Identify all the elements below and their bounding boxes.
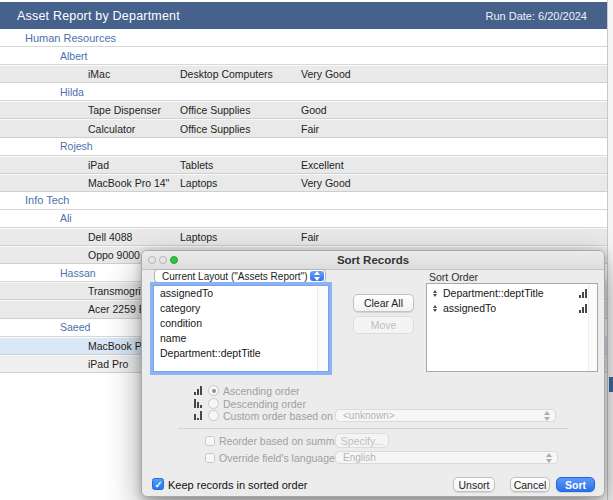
clear-all-button[interactable]: Clear All [353, 294, 414, 312]
report-row-dept: Human Resources [0, 29, 608, 47]
asset-name-cell: iPad Pro [88, 358, 128, 370]
report-header-bar: Asset Report by Department Run Date: 6/2… [0, 2, 608, 29]
ascending-sort-icon [579, 304, 587, 313]
sort-button[interactable]: Sort [556, 477, 595, 492]
value-list-dropdown: <unknown> [335, 409, 556, 422]
person-group-label: Ali [60, 212, 72, 224]
override-language-checkbox [205, 453, 215, 463]
sort-order-item[interactable]: assignedTo [427, 301, 597, 316]
person-group-label: Rojesh [60, 140, 93, 152]
asset-name-cell: MacBook Pro 14" [88, 177, 169, 189]
asset-category-cell: Office Supplies [180, 104, 250, 116]
person-group-label: Saeed [60, 321, 90, 333]
descending-bars-icon [194, 399, 202, 408]
layout-dropdown-value: Current Layout ("Assets Report") [162, 271, 308, 282]
asset-condition-cell: Very Good [301, 177, 351, 189]
specify-button: Specify... [335, 433, 389, 448]
report-row-person: Albert [0, 47, 608, 65]
unsort-button[interactable]: Unsort [453, 477, 495, 492]
sort-order-item[interactable]: Department::deptTitle [427, 286, 597, 301]
asset-name-cell: Dell 4088 [88, 231, 132, 243]
report-row-asset[interactable]: Tape DispenserOffice SuppliesGood [0, 101, 608, 119]
person-group-label: Hilda [60, 86, 84, 98]
field-list-item[interactable]: Department::deptTitle [154, 346, 328, 361]
asset-name-cell: Oppo 9000 [88, 249, 140, 261]
asset-name-cell: iMac [88, 68, 110, 80]
asset-category-cell: Tablets [180, 159, 213, 171]
ascending-order-label: Ascending order [223, 385, 299, 397]
asset-condition-cell: Excellent [301, 159, 344, 171]
sort-order-field-name: assignedTo [443, 301, 496, 316]
section-divider [178, 428, 568, 429]
keep-sorted-label: Keep records in sorted order [168, 479, 307, 491]
cancel-button[interactable]: Cancel [510, 477, 550, 492]
asset-condition-cell: Good [301, 104, 327, 116]
report-row-person: Ali [0, 210, 608, 228]
asset-category-cell: Office Supplies [180, 123, 250, 135]
report-row-asset[interactable]: iMacDesktop ComputersVery Good [0, 65, 608, 83]
close-icon [148, 256, 156, 264]
report-row-asset[interactable]: iPadTabletsExcellent [0, 156, 608, 174]
minimize-icon [159, 256, 167, 264]
field-list-scrollbar[interactable] [317, 286, 328, 371]
sort-records-dialog: Sort Records Current Layout ("Assets Rep… [141, 250, 605, 497]
descending-order-label: Descending order [223, 398, 306, 410]
language-dropdown: English [335, 451, 558, 464]
chevron-up-down-icon [542, 453, 556, 462]
report-title: Asset Report by Department [17, 9, 180, 23]
asset-name-cell: Tape Dispenser [88, 104, 161, 116]
custom-order-bars-icon [194, 411, 202, 420]
descending-order-radio [208, 398, 219, 409]
field-list-item[interactable]: category [154, 301, 328, 316]
drag-handle-icon[interactable] [433, 290, 437, 297]
report-row-asset[interactable]: CalculatorOffice SuppliesFair [0, 119, 608, 137]
window-right-edge [607, 0, 613, 500]
field-list-item[interactable]: name [154, 331, 328, 346]
zoom-icon[interactable] [170, 256, 178, 264]
asset-category-cell: Laptops [180, 177, 217, 189]
sort-order-items: Department::deptTitleassignedTo [427, 284, 597, 316]
background-blue-fragment [609, 377, 613, 392]
chevron-up-down-icon [310, 271, 324, 281]
person-group-label: Albert [60, 50, 87, 62]
drag-handle-icon[interactable] [433, 305, 437, 312]
ascending-sort-icon [579, 289, 587, 298]
asset-condition-cell: Fair [301, 123, 319, 135]
field-list-item[interactable]: assignedTo [154, 286, 328, 301]
asset-category-cell: Desktop Computers [180, 68, 273, 80]
sort-order-field-name: Department::deptTitle [443, 286, 544, 301]
reorder-summary-checkbox [205, 436, 215, 446]
report-row-person: Hilda [0, 83, 608, 101]
report-row-asset[interactable]: MacBook Pro 14"LaptopsVery Good [0, 174, 608, 192]
app-window: Asset Report by Department Run Date: 6/2… [0, 0, 613, 500]
run-date-label: Run Date: 6/20/2024 [485, 2, 587, 29]
asset-name-cell: Calculator [88, 123, 135, 135]
asset-category-cell: Laptops [180, 231, 217, 243]
chevron-up-down-icon [540, 411, 554, 420]
department-group-label: Info Tech [25, 194, 69, 206]
department-group-label: Human Resources [25, 32, 116, 44]
report-row-dept: Info Tech [0, 192, 608, 210]
asset-name-cell: iPad [88, 159, 109, 171]
field-list-item[interactable]: condition [154, 316, 328, 331]
sort-order-label: Sort Order [429, 271, 478, 283]
asset-condition-cell: Fair [301, 231, 319, 243]
person-group-label: Hassan [60, 267, 96, 279]
ascending-bars-icon [194, 386, 202, 395]
field-list[interactable]: assignedTocategoryconditionnameDepartmen… [153, 285, 329, 372]
report-row-asset[interactable]: Dell 4088LaptopsFair [0, 228, 608, 246]
report-row-person: Rojesh [0, 138, 608, 156]
field-list-items: assignedTocategoryconditionnameDepartmen… [154, 286, 328, 361]
keep-sorted-checkbox[interactable] [152, 478, 164, 490]
layout-dropdown[interactable]: Current Layout ("Assets Report") [154, 269, 326, 283]
dialog-titlebar[interactable]: Sort Records [142, 251, 604, 270]
sort-order-scrollbar[interactable] [588, 284, 597, 371]
ascending-order-radio [208, 385, 219, 396]
move-button: Move [353, 316, 414, 334]
language-dropdown-value: English [343, 452, 376, 463]
asset-condition-cell: Very Good [301, 68, 351, 80]
dialog-title: Sort Records [142, 251, 604, 269]
custom-order-radio [208, 410, 219, 421]
value-list-dropdown-value: <unknown> [343, 410, 395, 421]
sort-order-list[interactable]: Department::deptTitleassignedTo [426, 283, 598, 372]
